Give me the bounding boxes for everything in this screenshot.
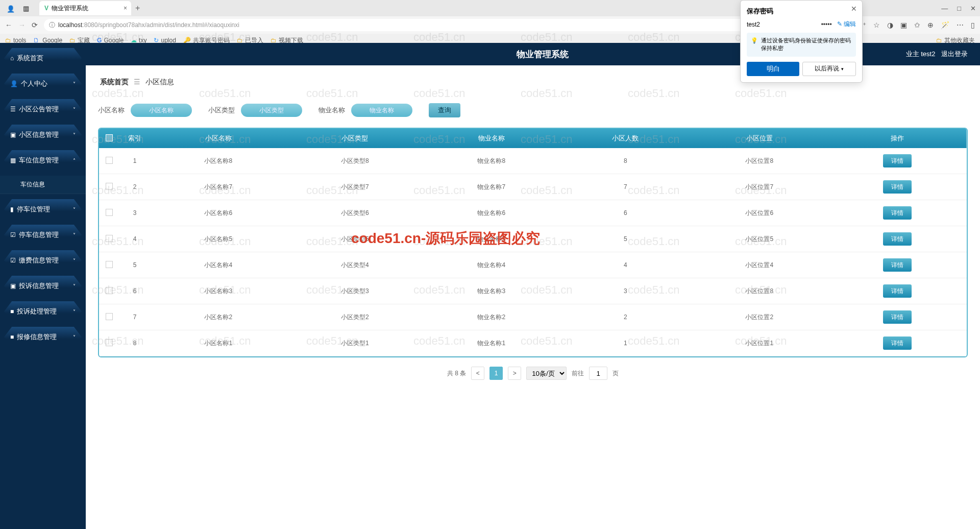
row-checkbox[interactable]	[106, 339, 113, 346]
detail-button[interactable]: 详情	[883, 284, 912, 298]
chevron-icon: ˄	[73, 158, 76, 163]
favorite-icon[interactable]: ☆	[873, 21, 880, 29]
search-type-input[interactable]	[241, 104, 302, 117]
browser-tab-active[interactable]: V 物业管理系统 ×	[39, 1, 131, 15]
row-checkbox[interactable]	[106, 313, 113, 320]
detail-button[interactable]: 详情	[883, 310, 912, 324]
save-password-popup: ✕ 保存密码 test2 ••••• ✎ 编辑 💡 通过设备密码身份验证使保存的…	[740, 0, 863, 83]
sidebar-item[interactable]: ▣小区信息管理˅	[4, 125, 82, 145]
extensions-icon[interactable]: ⊕	[927, 21, 934, 29]
detail-button[interactable]: 详情	[883, 232, 912, 246]
tab-close-icon[interactable]: ×	[124, 5, 127, 12]
collections-icon[interactable]: ▣	[900, 21, 907, 29]
breadcrumb-current: 小区信息	[145, 78, 174, 86]
user-role: 业主	[906, 50, 919, 58]
breadcrumb-home[interactable]: 系统首页	[100, 78, 129, 86]
window-minimize[interactable]: —	[941, 5, 948, 12]
row-checkbox[interactable]	[106, 157, 113, 164]
table-row: 3 小区名称6 小区类型6 物业名称6 6 小区位置6 详情	[99, 200, 967, 226]
sidebar-item[interactable]: ▦车位信息管理˄	[4, 150, 82, 171]
page-jump-input[interactable]	[589, 367, 607, 380]
bulb-icon: 💡	[751, 37, 758, 53]
chevron-icon: ˅	[73, 132, 76, 138]
detail-button[interactable]: 详情	[883, 336, 912, 350]
table-header	[99, 129, 119, 148]
page-total: 共 8 条	[447, 369, 466, 378]
menu-icon: ☰	[10, 106, 16, 113]
table-header: 小区名称	[150, 129, 287, 148]
window-close[interactable]: ✕	[970, 5, 976, 12]
popup-close-icon[interactable]: ✕	[851, 5, 857, 13]
sidebar-item[interactable]: ☰小区公告管理˅	[4, 99, 82, 119]
page-size-select[interactable]: 10条/页	[526, 367, 567, 380]
select-all-checkbox[interactable]	[106, 134, 113, 141]
page-number[interactable]: 1	[489, 367, 503, 380]
detail-button[interactable]: 详情	[883, 206, 912, 220]
watermark: code51.cn-源码乐园盗图必究	[351, 229, 540, 248]
chevron-icon: ˅	[73, 309, 76, 315]
detail-button[interactable]: 详情	[883, 258, 912, 272]
search-row: 小区名称 小区类型 物业名称 查询	[98, 103, 968, 117]
menu-icon: ▦	[10, 157, 16, 164]
chevron-icon: ˅	[73, 258, 76, 263]
nav-refresh[interactable]: ⟳	[32, 21, 38, 29]
table-header: 物业名称	[423, 129, 560, 148]
sidebar-item[interactable]: ▣投诉信息管理˅	[4, 276, 82, 296]
nav-forward: →	[18, 21, 26, 29]
sidebar-item[interactable]: ☑停车信息管理˅	[4, 225, 82, 245]
menu-icon: ■	[10, 333, 14, 341]
favorites-bar-icon[interactable]: ✩	[914, 21, 920, 29]
sidebar-item[interactable]: 👤个人中心˅	[4, 74, 82, 94]
row-checkbox[interactable]	[106, 287, 113, 294]
sidebar-icon[interactable]: ▯	[971, 21, 975, 29]
row-checkbox[interactable]	[106, 235, 113, 242]
menu-icon: ☑	[10, 257, 16, 264]
pagination: 共 8 条 < 1 > 10条/页 前往 页	[98, 367, 968, 380]
row-checkbox[interactable]	[106, 261, 113, 268]
row-checkbox[interactable]	[106, 183, 113, 190]
search-button[interactable]: 查询	[429, 103, 460, 117]
menu-icon: ☑	[10, 231, 16, 238]
table-header: 小区位置	[691, 129, 828, 148]
table-row: 7 小区名称2 小区类型2 物业名称2 2 小区位置2 详情	[99, 304, 967, 330]
page-next[interactable]: >	[508, 367, 521, 380]
popup-hint: 💡 通过设备密码身份验证使保存的密码保持私密	[747, 33, 856, 57]
popup-edit-link[interactable]: ✎ 编辑	[837, 20, 856, 29]
sidebar-item[interactable]: ■报修信息管理˅	[4, 327, 82, 347]
popup-later-button[interactable]: 以后再说▾	[802, 62, 856, 76]
logout-link[interactable]: 退出登录	[941, 50, 968, 58]
profile-icon[interactable]: 👤	[7, 5, 13, 11]
sidebar-item[interactable]: ■投诉处理管理˅	[4, 301, 82, 322]
popup-ok-button[interactable]: 明白	[747, 62, 799, 76]
popup-password: •••••	[821, 21, 832, 28]
chevron-icon: ˅	[73, 334, 76, 340]
table-header: 小区类型	[287, 129, 424, 148]
detail-button[interactable]: 详情	[883, 154, 912, 167]
sidebar-item[interactable]: ⌂系统首页	[4, 48, 82, 68]
panel-icon[interactable]: ▥	[23, 5, 29, 12]
window-maximize[interactable]: □	[957, 5, 961, 12]
chevron-icon: ˅	[73, 81, 76, 87]
nav-back[interactable]: ←	[5, 21, 12, 29]
more-icon[interactable]: ⋯	[957, 21, 964, 29]
detail-button[interactable]: 详情	[883, 180, 912, 194]
vue-favicon: V	[44, 5, 48, 12]
search-property-input[interactable]	[351, 104, 412, 117]
sidebar-item[interactable]: ☑缴费信息管理˅	[4, 250, 82, 271]
row-checkbox[interactable]	[106, 209, 113, 216]
page-prev[interactable]: <	[471, 367, 484, 380]
search-name-input[interactable]	[131, 104, 192, 117]
sidebar-item[interactable]: ▮停车位管理˅	[4, 199, 82, 220]
tab-title: 物业管理系统	[52, 4, 88, 13]
table-row: 8 小区名称1 小区类型1 物业名称1 1 小区位置1 详情	[99, 330, 967, 356]
new-tab-button[interactable]: +	[135, 4, 140, 13]
menu-icon: ▮	[10, 206, 14, 213]
chevron-icon: ˅	[73, 207, 76, 212]
chevron-icon: ˅	[73, 283, 76, 289]
address-bar[interactable]: ⓘ localhost:8080/springboot78ahx/admin/d…	[44, 19, 813, 31]
wand-icon[interactable]: 🪄	[941, 21, 949, 29]
split-icon[interactable]: ◑	[887, 21, 893, 29]
table-row: 1 小区名称8 小区类型8 物业名称8 8 小区位置8 详情	[99, 148, 967, 174]
table-header: 索引	[119, 129, 150, 148]
sidebar-subitem[interactable]: 车位信息	[0, 176, 86, 194]
